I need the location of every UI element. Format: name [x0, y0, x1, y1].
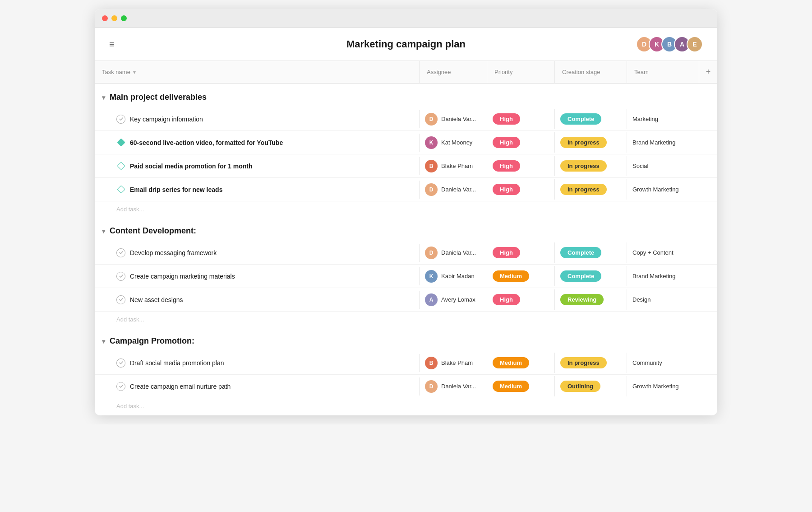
col-creation-stage: Creation stage	[555, 61, 627, 83]
row-options[interactable]	[699, 358, 717, 368]
add-task-button[interactable]: Add task...	[95, 201, 717, 217]
table-row[interactable]: Create campaign email nurture path D Dan…	[95, 375, 717, 398]
col-assignee: Assignee	[420, 61, 487, 83]
team-cell: Marketing	[627, 111, 699, 127]
stage-cell[interactable]: Complete	[555, 266, 627, 286]
priority-cell[interactable]: High	[487, 109, 555, 129]
table-row[interactable]: Create campaign marketing materials K Ka…	[95, 265, 717, 288]
assignee-cell[interactable]: D Daniela Var...	[420, 242, 487, 264]
task-status-icon[interactable]	[116, 272, 125, 281]
stage-cell[interactable]: Complete	[555, 109, 627, 129]
stage-cell[interactable]: In progress	[555, 156, 627, 176]
task-status-icon[interactable]	[116, 138, 125, 147]
task-status-icon[interactable]	[116, 248, 125, 257]
stage-badge: Complete	[560, 247, 601, 258]
sections-container: ▾ Main project deliverables Key campaign…	[95, 84, 717, 414]
priority-cell[interactable]: High	[487, 242, 555, 263]
hamburger-menu[interactable]: ≡	[109, 39, 115, 50]
table-row[interactable]: 60-second live-action video, formatted f…	[95, 131, 717, 154]
assignee-avatar: A	[425, 293, 438, 306]
minimize-button[interactable]	[111, 15, 117, 21]
task-status-icon[interactable]	[116, 162, 125, 171]
task-status-icon[interactable]	[116, 358, 125, 368]
table-row[interactable]: New asset designs A Avery Lomax High Rev…	[95, 288, 717, 312]
row-options[interactable]	[699, 382, 717, 391]
table-row[interactable]: Paid social media promotion for 1 month …	[95, 154, 717, 178]
row-options[interactable]	[699, 138, 717, 147]
stage-badge: Complete	[560, 270, 601, 282]
table-row[interactable]: Key campaign information D Daniela Var..…	[95, 107, 717, 131]
assignee-cell[interactable]: B Blake Pham	[420, 352, 487, 374]
section-header-content-dev[interactable]: ▾ Content Development:	[95, 217, 717, 241]
avatar-5[interactable]: E	[687, 36, 703, 52]
row-options[interactable]	[699, 272, 717, 281]
add-task-button[interactable]: Add task...	[95, 398, 717, 414]
row-options[interactable]	[699, 162, 717, 171]
team-cell: Growth Marketing	[627, 378, 699, 394]
table-row[interactable]: Draft social media promotion plan B Blak…	[95, 351, 717, 375]
close-button[interactable]	[102, 15, 108, 21]
priority-cell[interactable]: Medium	[487, 266, 555, 286]
priority-cell[interactable]: High	[487, 289, 555, 310]
section-header-main-project[interactable]: ▾ Main project deliverables	[95, 84, 717, 107]
team-cell: Community	[627, 355, 699, 371]
stage-cell[interactable]: Complete	[555, 242, 627, 263]
task-status-icon[interactable]	[116, 295, 125, 304]
stage-cell[interactable]: In progress	[555, 179, 627, 200]
maximize-button[interactable]	[121, 15, 127, 21]
task-status-icon[interactable]	[116, 382, 125, 391]
stage-badge: In progress	[560, 160, 607, 172]
stage-cell[interactable]: In progress	[555, 353, 627, 373]
section-title: Content Development:	[110, 226, 196, 236]
task-name-cell[interactable]: Create campaign email nurture path	[95, 377, 420, 396]
task-status-icon[interactable]	[116, 185, 125, 194]
priority-cell[interactable]: Medium	[487, 353, 555, 373]
priority-cell[interactable]: High	[487, 156, 555, 176]
stage-badge: Complete	[560, 113, 601, 125]
assignee-cell[interactable]: K Kabir Madan	[420, 265, 487, 287]
priority-cell[interactable]: High	[487, 132, 555, 153]
chevron-down-icon: ▾	[102, 94, 105, 101]
row-options[interactable]	[699, 115, 717, 124]
stage-cell[interactable]: Reviewing	[555, 289, 627, 310]
plus-icon: +	[706, 67, 711, 77]
assignee-cell[interactable]: B Blake Pham	[420, 155, 487, 177]
col-task-name[interactable]: Task name ▾	[95, 61, 420, 83]
priority-cell[interactable]: High	[487, 179, 555, 200]
task-name-cell[interactable]: Key campaign information	[95, 110, 420, 128]
assignee-name: Avery Lomax	[441, 296, 475, 303]
stage-cell[interactable]: In progress	[555, 132, 627, 153]
assignee-name: Daniela Var...	[441, 116, 476, 122]
task-name-cell[interactable]: Develop messaging framework	[95, 244, 420, 262]
task-status-icon[interactable]	[116, 115, 125, 124]
assignee-cell[interactable]: D Daniela Var...	[420, 376, 487, 397]
task-name-cell[interactable]: New asset designs	[95, 291, 420, 309]
task-name-cell[interactable]: Email drip series for new leads	[95, 181, 420, 199]
task-name: Create campaign email nurture path	[130, 383, 231, 390]
priority-cell[interactable]: Medium	[487, 376, 555, 396]
row-options[interactable]	[699, 248, 717, 257]
row-options[interactable]	[699, 185, 717, 194]
table-row[interactable]: Develop messaging framework D Daniela Va…	[95, 241, 717, 265]
top-bar: ≡ Marketing campaign plan D K B A E	[95, 28, 717, 61]
assignee-cell[interactable]: A Avery Lomax	[420, 289, 487, 311]
assignee-cell[interactable]: D Daniela Var...	[420, 108, 487, 130]
task-name-cell[interactable]: Draft social media promotion plan	[95, 354, 420, 372]
task-name-dropdown-icon[interactable]: ▾	[133, 69, 136, 75]
task-name-cell[interactable]: Paid social media promotion for 1 month	[95, 157, 420, 175]
table-row[interactable]: Email drip series for new leads D Daniel…	[95, 178, 717, 201]
stage-badge: In progress	[560, 357, 607, 368]
add-task-button[interactable]: Add task...	[95, 312, 717, 327]
stage-cell[interactable]: Outlining	[555, 376, 627, 396]
assignee-name: Daniela Var...	[441, 383, 476, 390]
add-column-button[interactable]: +	[699, 61, 717, 83]
section-header-campaign-promo[interactable]: ▾ Campaign Promotion:	[95, 327, 717, 351]
row-options[interactable]	[699, 295, 717, 304]
chevron-down-icon: ▾	[102, 338, 105, 345]
task-name-cell[interactable]: Create campaign marketing materials	[95, 267, 420, 285]
team-cell: Brand Marketing	[627, 268, 699, 284]
task-name-cell[interactable]: 60-second live-action video, formatted f…	[95, 134, 420, 152]
assignee-cell[interactable]: K Kat Mooney	[420, 132, 487, 154]
page-title: Marketing campaign plan	[346, 38, 466, 50]
assignee-cell[interactable]: D Daniela Var...	[420, 179, 487, 200]
